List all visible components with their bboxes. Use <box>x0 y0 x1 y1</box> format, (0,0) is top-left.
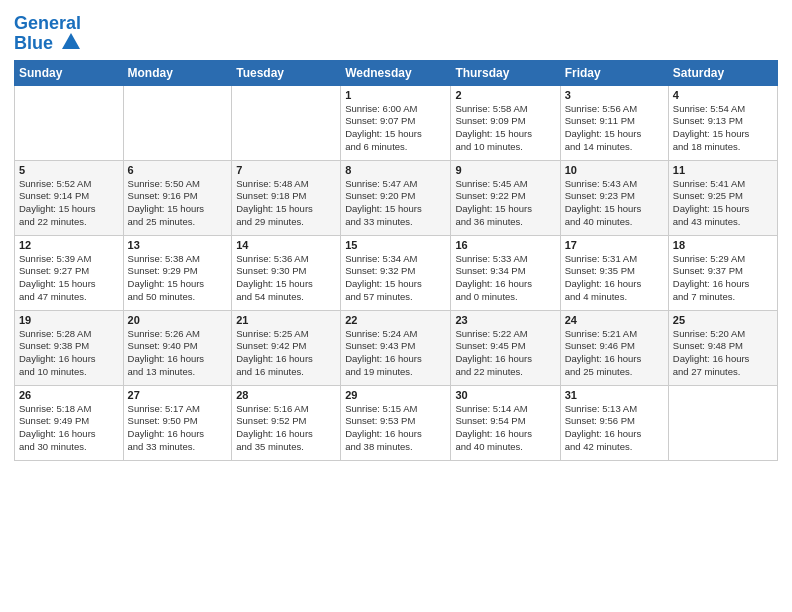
day-cell <box>668 385 777 460</box>
day-number: 1 <box>345 89 446 101</box>
day-number: 8 <box>345 164 446 176</box>
day-number: 13 <box>128 239 228 251</box>
day-info: Sunrise: 5:34 AM Sunset: 9:32 PM Dayligh… <box>345 253 446 304</box>
day-info: Sunrise: 5:33 AM Sunset: 9:34 PM Dayligh… <box>455 253 555 304</box>
day-cell: 15Sunrise: 5:34 AM Sunset: 9:32 PM Dayli… <box>341 235 451 310</box>
day-number: 26 <box>19 389 119 401</box>
day-cell: 9Sunrise: 5:45 AM Sunset: 9:22 PM Daylig… <box>451 160 560 235</box>
svg-marker-0 <box>62 33 80 49</box>
day-cell: 6Sunrise: 5:50 AM Sunset: 9:16 PM Daylig… <box>123 160 232 235</box>
week-row-4: 26Sunrise: 5:18 AM Sunset: 9:49 PM Dayli… <box>15 385 778 460</box>
week-row-3: 19Sunrise: 5:28 AM Sunset: 9:38 PM Dayli… <box>15 310 778 385</box>
header-friday: Friday <box>560 60 668 85</box>
day-info: Sunrise: 5:36 AM Sunset: 9:30 PM Dayligh… <box>236 253 336 304</box>
day-number: 18 <box>673 239 773 251</box>
day-number: 29 <box>345 389 446 401</box>
day-number: 15 <box>345 239 446 251</box>
day-info: Sunrise: 5:58 AM Sunset: 9:09 PM Dayligh… <box>455 103 555 154</box>
day-info: Sunrise: 5:28 AM Sunset: 9:38 PM Dayligh… <box>19 328 119 379</box>
day-cell: 29Sunrise: 5:15 AM Sunset: 9:53 PM Dayli… <box>341 385 451 460</box>
header-monday: Monday <box>123 60 232 85</box>
logo: General Blue <box>14 14 82 54</box>
day-number: 17 <box>565 239 664 251</box>
calendar-page: General Blue SundayMondayTuesdayWednesda… <box>0 0 792 612</box>
day-cell: 28Sunrise: 5:16 AM Sunset: 9:52 PM Dayli… <box>232 385 341 460</box>
day-number: 19 <box>19 314 119 326</box>
day-cell: 30Sunrise: 5:14 AM Sunset: 9:54 PM Dayli… <box>451 385 560 460</box>
day-info: Sunrise: 5:31 AM Sunset: 9:35 PM Dayligh… <box>565 253 664 304</box>
day-cell: 3Sunrise: 5:56 AM Sunset: 9:11 PM Daylig… <box>560 85 668 160</box>
day-number: 16 <box>455 239 555 251</box>
day-cell: 17Sunrise: 5:31 AM Sunset: 9:35 PM Dayli… <box>560 235 668 310</box>
day-cell: 7Sunrise: 5:48 AM Sunset: 9:18 PM Daylig… <box>232 160 341 235</box>
day-cell <box>232 85 341 160</box>
day-cell: 11Sunrise: 5:41 AM Sunset: 9:25 PM Dayli… <box>668 160 777 235</box>
day-number: 3 <box>565 89 664 101</box>
logo-text2: Blue <box>14 34 82 54</box>
day-number: 4 <box>673 89 773 101</box>
day-number: 27 <box>128 389 228 401</box>
calendar-table: SundayMondayTuesdayWednesdayThursdayFrid… <box>14 60 778 461</box>
day-number: 25 <box>673 314 773 326</box>
day-info: Sunrise: 5:18 AM Sunset: 9:49 PM Dayligh… <box>19 403 119 454</box>
day-info: Sunrise: 5:50 AM Sunset: 9:16 PM Dayligh… <box>128 178 228 229</box>
day-cell: 8Sunrise: 5:47 AM Sunset: 9:20 PM Daylig… <box>341 160 451 235</box>
day-number: 28 <box>236 389 336 401</box>
day-info: Sunrise: 5:24 AM Sunset: 9:43 PM Dayligh… <box>345 328 446 379</box>
day-cell: 31Sunrise: 5:13 AM Sunset: 9:56 PM Dayli… <box>560 385 668 460</box>
day-number: 10 <box>565 164 664 176</box>
day-info: Sunrise: 5:29 AM Sunset: 9:37 PM Dayligh… <box>673 253 773 304</box>
week-row-0: 1Sunrise: 6:00 AM Sunset: 9:07 PM Daylig… <box>15 85 778 160</box>
calendar-header-row: SundayMondayTuesdayWednesdayThursdayFrid… <box>15 60 778 85</box>
day-info: Sunrise: 5:16 AM Sunset: 9:52 PM Dayligh… <box>236 403 336 454</box>
day-info: Sunrise: 5:22 AM Sunset: 9:45 PM Dayligh… <box>455 328 555 379</box>
day-cell: 2Sunrise: 5:58 AM Sunset: 9:09 PM Daylig… <box>451 85 560 160</box>
day-number: 2 <box>455 89 555 101</box>
day-cell: 14Sunrise: 5:36 AM Sunset: 9:30 PM Dayli… <box>232 235 341 310</box>
day-number: 11 <box>673 164 773 176</box>
day-cell: 22Sunrise: 5:24 AM Sunset: 9:43 PM Dayli… <box>341 310 451 385</box>
day-info: Sunrise: 5:56 AM Sunset: 9:11 PM Dayligh… <box>565 103 664 154</box>
week-row-2: 12Sunrise: 5:39 AM Sunset: 9:27 PM Dayli… <box>15 235 778 310</box>
day-cell: 5Sunrise: 5:52 AM Sunset: 9:14 PM Daylig… <box>15 160 124 235</box>
day-number: 23 <box>455 314 555 326</box>
day-info: Sunrise: 5:39 AM Sunset: 9:27 PM Dayligh… <box>19 253 119 304</box>
header-tuesday: Tuesday <box>232 60 341 85</box>
day-info: Sunrise: 5:13 AM Sunset: 9:56 PM Dayligh… <box>565 403 664 454</box>
day-number: 31 <box>565 389 664 401</box>
day-number: 7 <box>236 164 336 176</box>
day-cell: 23Sunrise: 5:22 AM Sunset: 9:45 PM Dayli… <box>451 310 560 385</box>
day-info: Sunrise: 5:47 AM Sunset: 9:20 PM Dayligh… <box>345 178 446 229</box>
day-cell: 18Sunrise: 5:29 AM Sunset: 9:37 PM Dayli… <box>668 235 777 310</box>
day-number: 24 <box>565 314 664 326</box>
day-cell: 24Sunrise: 5:21 AM Sunset: 9:46 PM Dayli… <box>560 310 668 385</box>
day-info: Sunrise: 5:25 AM Sunset: 9:42 PM Dayligh… <box>236 328 336 379</box>
day-cell: 16Sunrise: 5:33 AM Sunset: 9:34 PM Dayli… <box>451 235 560 310</box>
day-info: Sunrise: 5:52 AM Sunset: 9:14 PM Dayligh… <box>19 178 119 229</box>
day-cell: 12Sunrise: 5:39 AM Sunset: 9:27 PM Dayli… <box>15 235 124 310</box>
day-number: 6 <box>128 164 228 176</box>
header: General Blue <box>14 10 778 54</box>
day-info: Sunrise: 5:17 AM Sunset: 9:50 PM Dayligh… <box>128 403 228 454</box>
day-number: 5 <box>19 164 119 176</box>
day-info: Sunrise: 5:15 AM Sunset: 9:53 PM Dayligh… <box>345 403 446 454</box>
day-cell: 19Sunrise: 5:28 AM Sunset: 9:38 PM Dayli… <box>15 310 124 385</box>
day-info: Sunrise: 5:48 AM Sunset: 9:18 PM Dayligh… <box>236 178 336 229</box>
day-number: 22 <box>345 314 446 326</box>
day-info: Sunrise: 5:14 AM Sunset: 9:54 PM Dayligh… <box>455 403 555 454</box>
day-cell <box>15 85 124 160</box>
day-number: 12 <box>19 239 119 251</box>
day-number: 21 <box>236 314 336 326</box>
header-sunday: Sunday <box>15 60 124 85</box>
day-cell: 26Sunrise: 5:18 AM Sunset: 9:49 PM Dayli… <box>15 385 124 460</box>
day-number: 9 <box>455 164 555 176</box>
day-cell: 13Sunrise: 5:38 AM Sunset: 9:29 PM Dayli… <box>123 235 232 310</box>
day-info: Sunrise: 5:21 AM Sunset: 9:46 PM Dayligh… <box>565 328 664 379</box>
header-wednesday: Wednesday <box>341 60 451 85</box>
day-info: Sunrise: 6:00 AM Sunset: 9:07 PM Dayligh… <box>345 103 446 154</box>
day-cell: 21Sunrise: 5:25 AM Sunset: 9:42 PM Dayli… <box>232 310 341 385</box>
day-info: Sunrise: 5:26 AM Sunset: 9:40 PM Dayligh… <box>128 328 228 379</box>
day-cell: 27Sunrise: 5:17 AM Sunset: 9:50 PM Dayli… <box>123 385 232 460</box>
day-info: Sunrise: 5:43 AM Sunset: 9:23 PM Dayligh… <box>565 178 664 229</box>
header-saturday: Saturday <box>668 60 777 85</box>
